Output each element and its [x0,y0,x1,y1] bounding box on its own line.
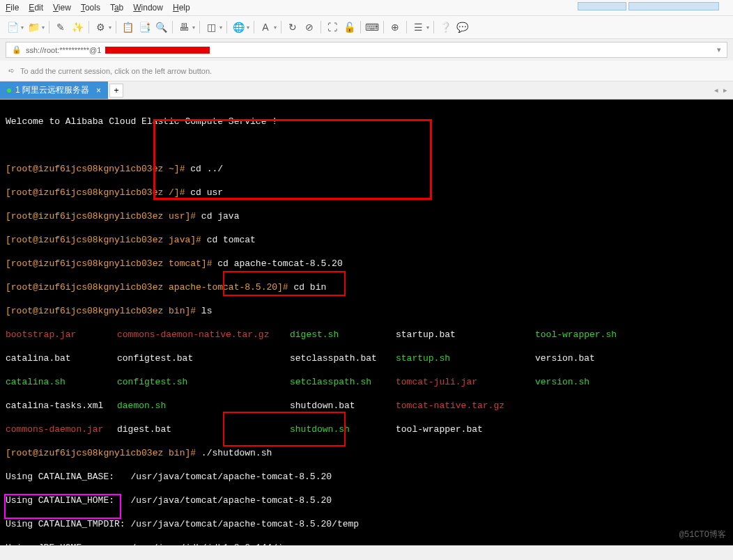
watermark: @51CTO博客 [679,529,726,541]
address-bar: 🔒 ssh://root:**********@1 ▾ [6,42,727,58]
menu-edit[interactable]: Edit [29,3,43,13]
address-text: ssh://root:**********@1 [26,46,101,54]
list-icon[interactable]: ☰ [411,20,425,34]
gear-icon[interactable]: ⚙ [93,20,107,34]
status-dot-icon [7,88,11,93]
add-icon[interactable]: ⊕ [388,20,402,34]
hint-text: To add the current session, click on the… [20,67,212,75]
page-icon[interactable]: 📋 [121,20,134,34]
highlight-icon[interactable]: ✨ [70,20,84,34]
tab-active[interactable]: 1 阿里云远程服务器 × [0,81,108,99]
close-tab-icon[interactable]: × [96,86,101,95]
arrow-icon[interactable]: ➪ [8,66,15,75]
refresh-icon[interactable]: ↻ [286,20,300,34]
menubar: File Edit View Tools Tab Window Help [0,0,733,16]
redacted-host [105,47,210,54]
stop-icon[interactable]: ⊘ [302,20,316,34]
terminal[interactable]: Welcome to Alibaba Cloud Elastic Compute… [0,100,733,545]
open-folder-icon[interactable]: 📁 [26,20,40,34]
toolbar: 📄▾ 📁▾ ✎ ✨ ⚙▾ 📋 📑 🔍 🖶▾ ◫▾ 🌐▾ A▾ ↻ ⊘ ⛶ 🔓 ⌨… [0,16,733,39]
tab-strip: 1 阿里云远程服务器 × + ◂ ▸ [0,81,733,100]
ls-row: catalina.shconfigtest.shsetclasspath.sht… [6,376,727,388]
copy-icon[interactable]: 📑 [137,20,151,34]
ls-row: catalina-tasks.xmldaemon.shshutdown.batt… [6,400,727,412]
hint-bar: ➪ To add the current session, click on t… [0,61,733,81]
globe-icon[interactable]: 🌐 [231,20,245,34]
lock-icon[interactable]: 🔓 [342,20,356,34]
menu-help[interactable]: Help [173,3,190,13]
menu-tools[interactable]: Tools [81,3,100,13]
help-icon[interactable]: ❔ [438,20,452,34]
split-icon[interactable]: ◫ [204,20,218,34]
add-tab-button[interactable]: + [109,84,123,98]
menu-tab[interactable]: Tab [110,3,123,13]
keyboard-icon[interactable]: ⌨ [365,20,379,34]
ls-row: bootstrap.jarcommons-daemon-native.tar.g… [6,329,727,341]
dropdown-icon[interactable]: ▾ [717,45,721,54]
tab-nav-arrows[interactable]: ◂ ▸ [714,86,729,95]
tab-label: 1 阿里云远程服务器 [15,84,89,96]
ssl-lock-icon: 🔒 [12,45,22,54]
print-icon[interactable]: 🖶 [177,20,191,34]
pencil-icon[interactable]: ✎ [54,20,68,34]
fullscreen-icon[interactable]: ⛶ [325,20,339,34]
welcome-line: Welcome to Alibaba Cloud Elastic Compute… [6,116,727,127]
font-icon[interactable]: A [259,20,272,34]
ls-row: commons-daemon.jardigest.batshutdown.sht… [6,423,727,435]
address-input[interactable] [214,46,713,54]
ls-row: catalina.batconfigtest.batsetclasspath.b… [6,352,727,364]
menu-window[interactable]: Window [133,3,163,13]
chat-icon[interactable]: 💬 [455,20,469,34]
search-icon[interactable]: 🔍 [154,20,168,34]
new-session-icon[interactable]: 📄 [6,20,20,34]
menu-view[interactable]: View [53,3,71,13]
menu-file[interactable]: File [6,3,19,13]
